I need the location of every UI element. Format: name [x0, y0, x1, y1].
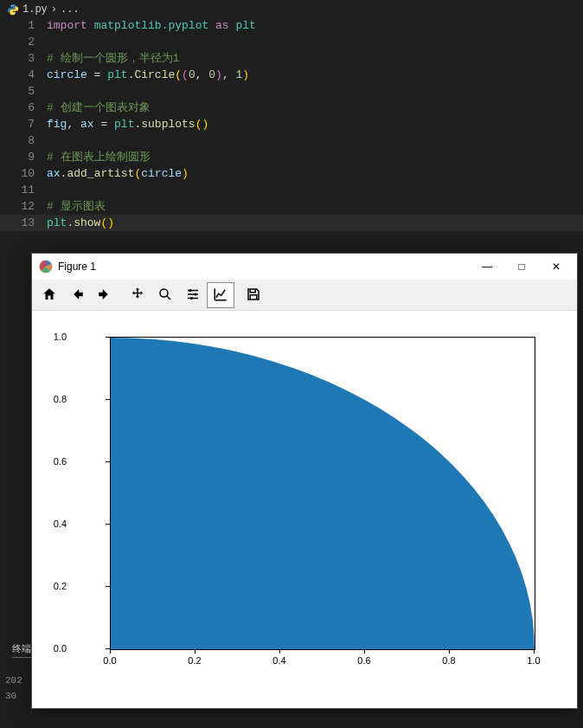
terminal-gutter: 202 30 — [0, 675, 36, 706]
y-tick — [106, 399, 110, 400]
code-content: # 绘制一个圆形，半径为1 — [47, 50, 179, 67]
x-tick-label: 0.2 — [188, 655, 201, 666]
code-line[interactable]: 8 — [0, 132, 583, 149]
terminal-text: 202 — [5, 675, 36, 691]
line-number: 3 — [0, 50, 47, 67]
chart-line-icon — [213, 287, 228, 305]
code-content: # 显示图表 — [47, 198, 106, 215]
zoom-icon — [157, 287, 173, 305]
code-line[interactable]: 1import matplotlib.pyplot as plt — [0, 17, 583, 34]
svg-point-4 — [189, 289, 192, 292]
forward-button[interactable] — [91, 282, 119, 308]
code-line[interactable]: 11 — [0, 182, 583, 198]
pan-icon — [130, 287, 145, 305]
code-line[interactable]: 9# 在图表上绘制圆形 — [0, 149, 583, 165]
edit-axes-button[interactable] — [207, 282, 234, 308]
y-tick — [106, 524, 110, 525]
figure-title: Figure 1 — [58, 261, 470, 273]
back-icon — [69, 287, 85, 305]
sliders-icon — [185, 287, 201, 305]
circle-patch — [110, 338, 535, 650]
breadcrumb: 1.py › ... — [0, 0, 583, 17]
line-number: 6 — [0, 100, 47, 116]
code-line[interactable]: 12# 显示图表 — [0, 198, 583, 215]
svg-point-5 — [195, 293, 197, 295]
code-line[interactable]: 13plt.show() — [0, 215, 583, 231]
y-tick-label: 0.8 — [32, 394, 67, 404]
line-number: 4 — [0, 67, 47, 83]
breadcrumb-sep-icon: › — [51, 3, 57, 16]
breadcrumb-file[interactable]: 1.py — [22, 3, 48, 16]
y-tick-label: 0.4 — [32, 519, 67, 529]
x-tick-label: 0.4 — [272, 655, 285, 666]
zoom-button[interactable] — [151, 282, 179, 308]
code-content: circle = plt.Circle((0, 0), 1) — [47, 67, 249, 83]
code-line[interactable]: 7fig, ax = plt.subplots() — [0, 116, 583, 132]
svg-point-3 — [160, 289, 168, 297]
code-content: # 创建一个图表对象 — [47, 100, 151, 116]
close-button[interactable]: ✕ — [539, 254, 573, 279]
y-tick — [106, 461, 110, 462]
code-line[interactable]: 10ax.add_artist(circle) — [0, 165, 583, 182]
code-content: plt.show() — [47, 215, 114, 231]
y-tick — [106, 337, 110, 338]
y-tick-label: 0.6 — [32, 456, 67, 467]
pan-button[interactable] — [124, 282, 151, 308]
home-icon — [42, 287, 57, 305]
x-tick — [110, 649, 111, 654]
y-tick-label: 0.0 — [32, 643, 67, 654]
figure-toolbar — [32, 280, 577, 311]
svg-point-1 — [14, 13, 15, 14]
figure-titlebar[interactable]: Figure 1 — □ ✕ — [32, 254, 577, 280]
breadcrumb-more[interactable]: ... — [61, 3, 80, 16]
figure-window: Figure 1 — □ ✕ — [31, 253, 578, 709]
python-file-icon — [7, 3, 19, 16]
line-number: 9 — [0, 149, 47, 165]
code-line[interactable]: 4circle = plt.Circle((0, 0), 1) — [0, 67, 583, 83]
line-number: 7 — [0, 116, 47, 132]
minimize-button[interactable]: — — [470, 254, 504, 279]
code-content: fig, ax = plt.subplots() — [47, 116, 208, 132]
maximize-button[interactable]: □ — [504, 254, 539, 279]
code-line[interactable]: 6# 创建一个图表对象 — [0, 100, 583, 116]
x-tick — [449, 649, 450, 654]
x-tick-label: 0.6 — [357, 655, 370, 666]
x-tick — [534, 649, 535, 654]
code-line[interactable]: 2 — [0, 34, 583, 50]
configure-button[interactable] — [179, 282, 207, 308]
back-button[interactable] — [63, 282, 91, 308]
line-number: 10 — [0, 165, 47, 182]
axes — [110, 337, 535, 650]
code-line[interactable]: 5 — [0, 83, 583, 100]
x-tick — [364, 649, 365, 654]
line-number: 2 — [0, 34, 47, 50]
x-tick-label: 1.0 — [527, 655, 540, 666]
x-tick — [195, 649, 195, 654]
x-tick-label: 0.0 — [103, 655, 116, 666]
window-controls: — □ ✕ — [470, 254, 573, 279]
line-number: 13 — [0, 215, 47, 231]
plot-canvas[interactable]: 0.00.20.40.60.81.00.00.20.40.60.81.0 — [32, 311, 577, 708]
home-button[interactable] — [35, 282, 63, 308]
line-number: 11 — [0, 182, 47, 198]
y-tick-label: 0.2 — [32, 581, 67, 591]
save-button[interactable] — [240, 282, 267, 308]
svg-point-0 — [11, 5, 12, 6]
x-tick — [279, 649, 280, 654]
code-content: ax.add_artist(circle) — [47, 165, 189, 182]
y-tick-label: 1.0 — [32, 332, 67, 342]
svg-point-6 — [190, 297, 193, 300]
x-tick-label: 0.8 — [442, 655, 455, 666]
code-editor[interactable]: 1import matplotlib.pyplot as plt23# 绘制一个… — [0, 17, 583, 236]
line-number: 12 — [0, 198, 47, 215]
code-line[interactable]: 3# 绘制一个圆形，半径为1 — [0, 50, 583, 67]
code-content: import matplotlib.pyplot as plt — [47, 17, 256, 34]
line-number: 5 — [0, 83, 47, 100]
terminal-text: 30 — [5, 691, 36, 706]
terminal-tab[interactable]: 终端 — [12, 642, 31, 658]
matplotlib-icon — [39, 260, 53, 274]
save-icon — [246, 287, 261, 305]
code-content: # 在图表上绘制圆形 — [47, 149, 151, 165]
line-number: 1 — [0, 17, 47, 34]
y-tick — [106, 586, 110, 587]
